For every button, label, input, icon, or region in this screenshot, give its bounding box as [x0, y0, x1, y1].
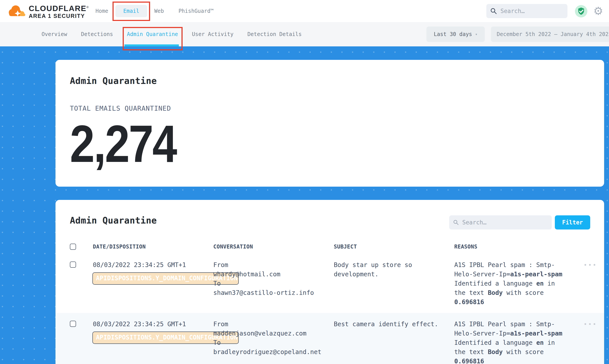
column-header-conversation: CONVERSATION: [213, 244, 334, 250]
conversation-cell: From whardy@hotmail.com To shawn37@casti…: [213, 260, 334, 307]
to-email[interactable]: bradleyrodriguez@copeland.net: [213, 348, 321, 356]
cloudflare-logo: CLOUDFLARE® AREA 1 SECURITY: [8, 3, 89, 19]
table-body: 08/03/2022 23:34:25 GMT+1 APIDISPOSITION…: [55, 254, 604, 364]
brand-title: CLOUDFLARE®: [29, 3, 89, 13]
admin-quarantine-page: { "header": { "brand": { "title": "CLOUD…: [0, 0, 609, 364]
reasons-cell: A1S IPBL Pearl spam : Smtp-Helo-Server-I…: [454, 260, 564, 307]
main-nav: Home Email Web PhishGuard™: [95, 0, 214, 22]
subnav-tabs: Overview Detections Admin Quarantine Use…: [41, 22, 302, 46]
tab-user-activity[interactable]: User Activity: [192, 31, 233, 37]
brand-subtitle: AREA 1 SECURITY: [29, 13, 89, 19]
total-emails-label: TOTAL EMAILS QUARANTINED: [70, 104, 604, 112]
tab-admin-quarantine[interactable]: Admin Quarantine: [127, 31, 178, 37]
nav-item-email[interactable]: Email: [115, 5, 147, 17]
nav-item-home[interactable]: Home: [95, 8, 108, 14]
column-header-date: DATE/DISPOSITION: [93, 244, 213, 250]
email-sub-navigation: Overview Detections Admin Quarantine Use…: [0, 22, 609, 46]
tab-overview[interactable]: Overview: [41, 31, 67, 37]
table-search-input[interactable]: [462, 219, 548, 226]
total-emails-value: 2,274: [70, 117, 524, 170]
registered-mark: ®: [86, 6, 89, 9]
date-range-display[interactable]: December 5th 2022 — January 4th 2023: [491, 26, 609, 42]
from-email[interactable]: maddenjason@velazquez.com: [213, 330, 306, 337]
table-row: 08/03/2022 23:34:25 GMT+1 APIDISPOSITION…: [55, 254, 604, 313]
header-search-box[interactable]: [486, 4, 568, 18]
nav-item-web[interactable]: Web: [154, 8, 164, 14]
header-search-input[interactable]: [501, 8, 563, 14]
date-cell: 08/03/2022 23:34:25 GMT+1 APIDISPOSITION…: [93, 260, 213, 307]
from-email[interactable]: whardy@hotmail.com: [213, 271, 280, 278]
active-tab-underline: [124, 44, 179, 46]
row-menu-icon[interactable]: •••: [564, 260, 604, 307]
to-email[interactable]: shawn37@castillo-ortiz.info: [213, 289, 314, 296]
row-menu-icon[interactable]: •••: [564, 320, 604, 364]
protection-status-icon[interactable]: [575, 5, 588, 18]
top-navigation-bar: CLOUDFLARE® AREA 1 SECURITY Home Email W…: [0, 0, 609, 22]
period-dropdown-button[interactable]: Last 30 days ▾: [426, 26, 485, 42]
row-checkbox[interactable]: [70, 321, 76, 327]
quarantine-table-card: Admin Quarantine Filter DATE/DISPOSITION…: [55, 200, 604, 364]
date-cell: 08/03/2022 23:34:25 GMT+1 APIDISPOSITION…: [93, 320, 213, 364]
table-header-row: DATE/DISPOSITION CONVERSATION SUBJECT RE…: [55, 240, 604, 254]
nav-item-phishguard[interactable]: PhishGuard™: [178, 8, 214, 14]
conversation-cell: From maddenjason@velazquez.com To bradle…: [213, 320, 334, 364]
filter-button[interactable]: Filter: [555, 215, 590, 230]
cloudflare-cloud-icon: [8, 4, 26, 18]
subject-cell: Best camera identify effect.: [334, 320, 447, 364]
column-header-subject: SUBJECT: [334, 244, 454, 250]
settings-gear-icon[interactable]: ⚙: [593, 3, 603, 19]
search-icon: [453, 219, 459, 225]
subject-cell: Body star up store so development.: [334, 260, 447, 307]
column-header-reasons: REASONS: [454, 244, 564, 250]
tab-detections[interactable]: Detections: [81, 31, 113, 37]
summary-card-title: Admin Quarantine: [70, 76, 604, 86]
reasons-cell: A1S IPBL Pearl spam : Smtp-Helo-Server-I…: [454, 320, 564, 364]
quarantine-summary-card: Admin Quarantine TOTAL EMAILS QUARANTINE…: [55, 60, 604, 187]
chevron-down-icon: ▾: [475, 32, 477, 37]
search-icon: [490, 8, 497, 14]
select-all-checkbox[interactable]: [70, 244, 76, 250]
table-row: 08/03/2022 23:34:25 GMT+1 APIDISPOSITION…: [55, 313, 604, 364]
table-card-title: Admin Quarantine: [70, 215, 157, 225]
row-checkbox[interactable]: [70, 261, 76, 268]
tab-detection-details[interactable]: Detection Details: [247, 31, 302, 37]
table-search-box[interactable]: [449, 215, 552, 230]
